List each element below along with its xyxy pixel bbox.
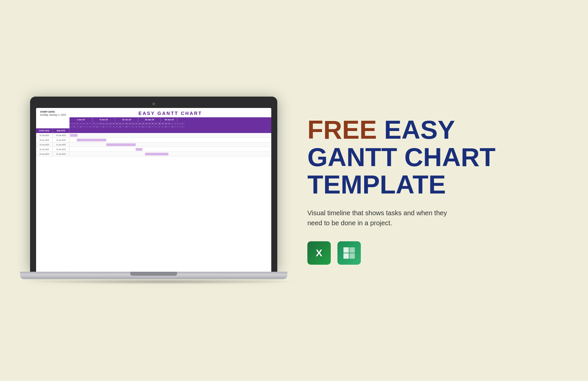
laptop-display: START DATE: Sunday, January 1, 2023 EASY… — [27, 97, 281, 284]
wd-t7: T — [145, 125, 148, 128]
col-header-start: START DATE — [36, 128, 53, 133]
day-5: 5 — [83, 122, 86, 125]
wd-s1: S — [69, 125, 73, 128]
wd-w3: W — [125, 125, 129, 128]
day-7: 7 — [89, 122, 93, 125]
wd-t5: T — [122, 125, 125, 128]
day-12: 12 — [106, 122, 109, 125]
day-31: 31 — [168, 122, 171, 125]
gantt-month-jan8: 8-Jan-23 — [93, 117, 116, 122]
row4-end: 23-Jan-2023 — [53, 147, 69, 151]
wd-m2: M — [96, 125, 99, 128]
col-header-end: END DATE — [53, 128, 69, 133]
laptop-screen-wrapper: START DATE: Sunday, January 1, 2023 EASY… — [30, 97, 277, 272]
day-8: 8 — [93, 122, 96, 125]
wd-t3: T — [99, 125, 102, 128]
wd-t9: T — [168, 125, 171, 128]
row3-end: 21-Jan-2023 — [53, 142, 69, 147]
headline-template: TEMPLATE — [307, 171, 561, 199]
wd-w2: W — [102, 125, 106, 128]
gantt-weekday-row: S M T W T F S S M T W T F S S M T — [69, 125, 271, 128]
gantt-month-header-row: 1-Jan-23 8-Jan-23 15-Jan-23 22-Jan-23 29… — [69, 117, 271, 122]
row5-bar — [145, 153, 168, 155]
day-20: 20 — [132, 122, 135, 125]
gantt-title-area: EASY GANTT CHART — [74, 111, 267, 116]
gantt-chart: START DATE: Sunday, January 1, 2023 EASY… — [36, 108, 271, 272]
laptop-camera — [152, 103, 155, 105]
wd-s9: S — [161, 125, 164, 128]
day-2: 2 — [73, 122, 76, 125]
grid-cell-4 — [349, 253, 355, 259]
wd-m4: M — [142, 125, 145, 128]
day-14: 14 — [112, 122, 115, 125]
sheets-icon[interactable] — [337, 241, 361, 265]
wd-t1: T — [76, 125, 80, 128]
excel-icon[interactable]: X — [307, 241, 331, 265]
row5-start: 24-Jan-2023 — [36, 152, 53, 156]
headline-free: FREE — [307, 115, 377, 144]
day-4: 4 — [79, 122, 83, 125]
wd-m1: M — [73, 125, 76, 128]
wd-f4: F — [155, 125, 158, 128]
table-row: 21-Jan-2023 23-Jan-2023 — [36, 147, 271, 152]
row3-bar-area — [69, 142, 271, 147]
wd-f2: F — [109, 125, 112, 128]
gantt-month-jan1: 1-Jan-23 — [69, 117, 93, 122]
wd-t8: T — [151, 125, 155, 128]
headline: FREE EASY GANTT CHART TEMPLATE — [307, 116, 561, 199]
day-27: 27 — [155, 122, 158, 125]
gantt-month-jan15: 15-Jan-23 — [115, 117, 138, 122]
wd-t2: T — [83, 125, 86, 128]
day-f4: 4 — [181, 122, 184, 125]
wd-s6: S — [135, 125, 138, 128]
wd-m5: M — [164, 125, 168, 128]
day-19: 19 — [128, 122, 132, 125]
day-f1: 1 — [171, 122, 174, 125]
headline-easy: EASY — [384, 115, 455, 144]
day-11: 11 — [102, 122, 106, 125]
day-21: 21 — [135, 122, 138, 125]
wd-s8: S — [158, 125, 161, 128]
row2-start: 03-Jan-2023 — [36, 138, 53, 142]
day-17: 17 — [122, 122, 125, 125]
table-row: 24-Jan-2023 31-Jan-2023 — [36, 152, 271, 156]
laptop-shadow — [27, 279, 301, 284]
wd-t6: T — [128, 125, 132, 128]
row5-bar-area — [69, 152, 271, 156]
wd-s3: S — [93, 125, 96, 128]
day-18: 18 — [125, 122, 129, 125]
laptop-base — [20, 272, 287, 279]
wd-t4: T — [106, 125, 109, 128]
wd-s2: S — [89, 125, 93, 128]
excel-letter: X — [316, 247, 322, 259]
day-f2: 2 — [174, 122, 178, 125]
day-6: 6 — [86, 122, 89, 125]
row4-bar — [136, 148, 142, 151]
day-26: 26 — [151, 122, 155, 125]
day-25: 25 — [148, 122, 151, 125]
wd-t10: T — [174, 125, 178, 128]
app-icons-row: X — [307, 241, 561, 265]
wd-s7: S — [138, 125, 142, 128]
table-row: 01-Jan-2023 03-Jan-2023 — [36, 133, 271, 138]
row2-bar — [77, 139, 106, 141]
wd-m3: M — [119, 125, 122, 128]
gantt-month-jan29: 29-Jan-23 — [161, 117, 177, 122]
row3-bar — [106, 143, 136, 146]
right-content: FREE EASY GANTT CHART TEMPLATE Visual ti… — [281, 116, 561, 265]
row3-start: 12-Jan-2023 — [36, 142, 53, 147]
wd-s10: S — [181, 125, 184, 128]
day-24: 24 — [145, 122, 148, 125]
day-29: 29 — [161, 122, 164, 125]
wd-w1: W — [79, 125, 83, 128]
day-13: 13 — [109, 122, 112, 125]
day-3: 3 — [76, 122, 80, 125]
day-28: 28 — [158, 122, 161, 125]
day-1: 1 — [69, 122, 73, 125]
row2-bar-area — [69, 138, 271, 142]
laptop-screen: START DATE: Sunday, January 1, 2023 EASY… — [36, 108, 271, 272]
row1-end: 03-Jan-2023 — [53, 133, 69, 137]
row5-end: 31-Jan-2023 — [53, 152, 69, 156]
row1-bar-area — [69, 133, 271, 137]
laptop-hinge — [130, 272, 177, 276]
